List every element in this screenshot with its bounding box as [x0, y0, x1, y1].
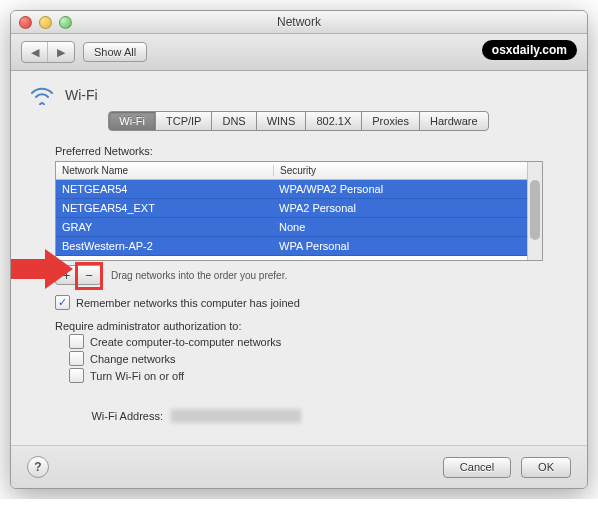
tabs: Wi-Fi TCP/IP DNS WINS 802.1X Proxies Har… — [29, 111, 569, 131]
network-preferences-window: Network ◀ ▶ Show All osxdaily.com Wi-Fi … — [10, 10, 588, 489]
wifi-header: Wi-Fi — [29, 85, 569, 105]
cell-security: None — [273, 221, 527, 233]
table-row[interactable]: NETGEAR54_EXT WPA2 Personal — [56, 199, 527, 218]
cell-security: WPA Personal — [273, 240, 527, 252]
remove-network-button[interactable]: − — [78, 266, 100, 284]
wifi-icon — [29, 85, 55, 105]
add-remove-bar: + − Drag networks into the order you pre… — [55, 265, 543, 285]
cell-security: WPA/WPA2 Personal — [273, 183, 527, 195]
cell-name: NETGEAR54 — [56, 183, 273, 195]
tab-dns[interactable]: DNS — [211, 111, 256, 131]
remember-row[interactable]: ✓ Remember networks this computer has jo… — [55, 295, 543, 310]
tab-tcpip[interactable]: TCP/IP — [155, 111, 212, 131]
admin-section: Require administrator authorization to: … — [55, 320, 543, 383]
wifi-title: Wi-Fi — [65, 87, 98, 103]
admin-label: Require administrator authorization to: — [55, 320, 543, 332]
admin-checkbox[interactable] — [69, 351, 84, 366]
scrollbar[interactable] — [527, 162, 542, 260]
remember-label: Remember networks this computer has join… — [76, 297, 300, 309]
wifi-address-value-redacted — [171, 409, 301, 423]
nav-segment: ◀ ▶ — [21, 41, 75, 63]
table-row[interactable]: NETGEAR54 WPA/WPA2 Personal — [56, 180, 527, 199]
window-title: Network — [11, 15, 587, 29]
wifi-address-row: Wi-Fi Address: — [55, 409, 543, 423]
admin-opt-label: Create computer-to-computer networks — [90, 336, 281, 348]
preferred-label: Preferred Networks: — [55, 145, 543, 157]
networks-table: Network Name Security NETGEAR54 WPA/WPA2… — [55, 161, 543, 261]
titlebar: Network — [11, 11, 587, 34]
tab-8021x[interactable]: 802.1X — [305, 111, 362, 131]
admin-opt-label: Turn Wi-Fi on or off — [90, 370, 184, 382]
tab-wifi[interactable]: Wi-Fi — [108, 111, 156, 131]
table-row[interactable]: BestWestern-AP-2 WPA Personal — [56, 237, 527, 256]
table-row[interactable]: GRAY None — [56, 218, 527, 237]
admin-opt-label: Change networks — [90, 353, 176, 365]
cell-name: BestWestern-AP-2 — [56, 240, 273, 252]
tab-hardware[interactable]: Hardware — [419, 111, 489, 131]
col-network-name[interactable]: Network Name — [56, 165, 274, 176]
preferred-networks-section: Preferred Networks: Network Name Securit… — [29, 145, 569, 423]
table-body: Network Name Security NETGEAR54 WPA/WPA2… — [56, 162, 527, 260]
tab-wins[interactable]: WINS — [256, 111, 307, 131]
cell-name: GRAY — [56, 221, 273, 233]
help-button[interactable]: ? — [27, 456, 49, 478]
content: Wi-Fi Wi-Fi TCP/IP DNS WINS 802.1X Proxi… — [11, 71, 587, 445]
scroll-thumb[interactable] — [530, 180, 540, 240]
cell-security: WPA2 Personal — [273, 202, 527, 214]
admin-opt-row[interactable]: Create computer-to-computer networks — [69, 334, 543, 349]
ok-button[interactable]: OK — [521, 457, 571, 478]
wifi-address-label: Wi-Fi Address: — [55, 410, 163, 422]
add-network-button[interactable]: + — [56, 266, 78, 284]
cell-name: NETGEAR54_EXT — [56, 202, 273, 214]
forward-button[interactable]: ▶ — [48, 42, 74, 62]
admin-opt-row[interactable]: Change networks — [69, 351, 543, 366]
footer: ? Cancel OK — [11, 445, 587, 488]
toolbar: ◀ ▶ Show All osxdaily.com — [11, 34, 587, 71]
cancel-button[interactable]: Cancel — [443, 457, 511, 478]
back-button[interactable]: ◀ — [22, 42, 48, 62]
watermark: osxdaily.com — [482, 40, 577, 60]
admin-checkbox[interactable] — [69, 368, 84, 383]
admin-opt-row[interactable]: Turn Wi-Fi on or off — [69, 368, 543, 383]
admin-checkbox[interactable] — [69, 334, 84, 349]
add-remove-buttons: + − — [55, 265, 101, 285]
table-header: Network Name Security — [56, 162, 527, 180]
tab-proxies[interactable]: Proxies — [361, 111, 420, 131]
remember-checkbox[interactable]: ✓ — [55, 295, 70, 310]
show-all-button[interactable]: Show All — [83, 42, 147, 62]
drag-hint: Drag networks into the order you prefer. — [111, 270, 287, 281]
col-security[interactable]: Security — [274, 165, 527, 176]
